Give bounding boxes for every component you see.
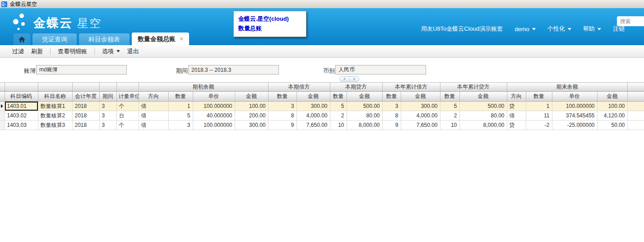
global-search-input[interactable] (617, 16, 644, 26)
column-header[interactable]: 单价 (193, 92, 235, 102)
cell[interactable]: 100.000000 (193, 102, 235, 111)
cell[interactable]: 2 (440, 111, 459, 121)
cell[interactable]: 借 (139, 102, 168, 111)
refresh-button[interactable]: 刷新 (31, 47, 43, 56)
column-header[interactable]: 数量 (268, 92, 297, 102)
cell[interactable]: 8 (268, 111, 297, 121)
cell[interactable]: 8 (382, 111, 401, 121)
cell[interactable]: 11 (526, 111, 552, 121)
cell[interactable]: 300.00 (235, 121, 268, 130)
column-header[interactable]: 科目编码 (5, 92, 38, 102)
column-header[interactable]: 科目名称 (38, 92, 72, 102)
cell[interactable]: 3 (168, 121, 193, 130)
cell[interactable]: 9 (268, 121, 297, 130)
cell[interactable]: -25.000000 (552, 121, 597, 130)
row-indicator[interactable] (0, 102, 5, 111)
cell[interactable]: 借 (139, 111, 168, 121)
personalize-menu[interactable]: 个性化 (547, 25, 571, 33)
view-detail-button[interactable]: 查看明细账 (58, 47, 87, 56)
cell[interactable]: 贷 (507, 121, 526, 130)
cell[interactable]: 2018 (72, 102, 99, 111)
cell[interactable]: 100.00 (235, 102, 268, 111)
cell[interactable]: 个 (116, 121, 139, 130)
cell[interactable]: 数量核算1 (38, 102, 72, 111)
cell[interactable]: 数量核算2 (38, 111, 72, 121)
cell[interactable]: 3 (382, 102, 401, 111)
cell[interactable]: 500.00 (459, 102, 507, 111)
options-button[interactable]: 选项 (102, 47, 120, 56)
column-header[interactable]: 期间 (99, 92, 116, 102)
cell[interactable]: 200.00 (235, 111, 268, 121)
row-indicator[interactable] (0, 121, 5, 130)
help-menu[interactable]: 帮助 (583, 25, 601, 33)
cell[interactable]: 2018 (72, 111, 99, 121)
tab-voucher-query[interactable]: 凭证查询 (32, 33, 77, 45)
cell[interactable]: 374.545455 (552, 111, 597, 121)
close-tab-icon[interactable]: × (180, 33, 183, 45)
column-header[interactable]: 计量单位 (116, 92, 139, 102)
cell[interactable]: 4,120.00 (597, 111, 627, 121)
cell[interactable]: 台 (116, 111, 139, 121)
column-header[interactable]: 方向 (139, 92, 168, 102)
tab-account-balance[interactable]: 科目余额表 (79, 33, 130, 45)
cell[interactable]: 80.00 (347, 111, 382, 121)
cell[interactable]: 3 (99, 102, 116, 111)
cell[interactable]: 8,000.00 (347, 121, 382, 130)
cell[interactable]: 3 (99, 121, 116, 130)
cell[interactable]: 10 (440, 121, 459, 130)
cell[interactable]: 借 (507, 111, 526, 121)
column-header[interactable]: 金额 (597, 92, 627, 102)
cell[interactable]: 数量核算3 (38, 121, 72, 130)
column-header[interactable]: 金额 (459, 92, 507, 102)
column-header[interactable]: 方向 (507, 92, 526, 102)
column-header[interactable]: 数量 (168, 92, 193, 102)
cell[interactable]: 300.00 (401, 102, 440, 111)
tab-qty-amount-ledger[interactable]: 数量金额总账 × (132, 33, 189, 45)
cell[interactable]: 1403.02 (5, 111, 38, 121)
cell[interactable]: 50.00 (597, 121, 627, 130)
column-header[interactable]: 数量 (382, 92, 401, 102)
cell[interactable]: 个 (116, 102, 139, 111)
collapse-up-icon[interactable]: ∧ (340, 77, 350, 81)
cell[interactable]: 3 (99, 111, 116, 121)
currency-input[interactable] (335, 65, 426, 74)
column-header[interactable]: 金额 (297, 92, 330, 102)
cell[interactable]: 4,000.00 (401, 111, 440, 121)
cell[interactable]: 1 (168, 102, 193, 111)
column-header[interactable]: 金额 (401, 92, 440, 102)
cell[interactable]: 7,650.00 (297, 121, 330, 130)
cell[interactable]: 1403.03 (5, 121, 38, 130)
column-header[interactable]: 数量 (330, 92, 347, 102)
period-input[interactable] (188, 65, 279, 74)
cell[interactable]: 贷 (507, 102, 526, 111)
cell[interactable]: 4,000.00 (297, 111, 330, 121)
cell[interactable]: 5 (440, 102, 459, 111)
user-dropdown[interactable]: demo (514, 26, 536, 33)
cell[interactable]: 1 (526, 102, 552, 111)
column-header[interactable]: 金额 (347, 92, 382, 102)
collapse-panel-toggle[interactable]: ∧ ∨ (339, 76, 359, 82)
row-indicator[interactable] (0, 111, 5, 121)
cell[interactable]: 100.000000 (552, 102, 597, 111)
exit-button[interactable]: 退出 (127, 47, 139, 56)
cell[interactable]: 1403.01 (5, 102, 38, 111)
cell[interactable]: 借 (139, 121, 168, 130)
cell[interactable]: 8,000.00 (459, 121, 507, 130)
cell[interactable]: -2 (526, 121, 552, 130)
cell[interactable]: 2 (330, 111, 347, 121)
cell[interactable]: 300.00 (297, 102, 330, 111)
cell[interactable]: 5 (330, 102, 347, 111)
cell[interactable]: 2018 (72, 121, 99, 130)
column-header[interactable]: 会计年度 (72, 92, 99, 102)
filter-button[interactable]: 过滤 (12, 47, 24, 56)
cell[interactable]: 500.00 (347, 102, 382, 111)
column-header[interactable]: 金额 (235, 92, 268, 102)
tab-home[interactable] (14, 33, 30, 45)
column-header[interactable]: 数量 (440, 92, 459, 102)
cell[interactable]: 3 (268, 102, 297, 111)
cell[interactable]: 9 (382, 121, 401, 130)
collapse-down-icon[interactable]: ∨ (350, 77, 359, 81)
cell[interactable]: 100.00 (597, 102, 627, 111)
cell[interactable]: 80.00 (459, 111, 507, 121)
cell[interactable]: 5 (168, 111, 193, 121)
